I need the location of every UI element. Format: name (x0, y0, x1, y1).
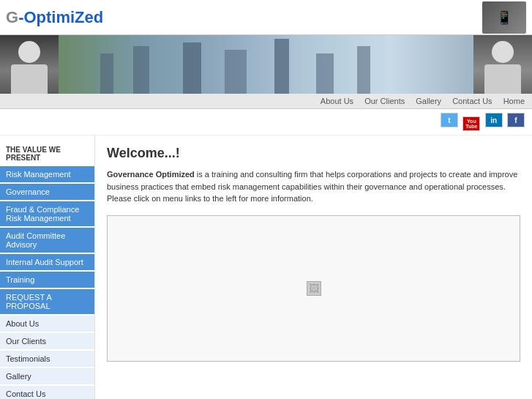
top-nav: About Us Our Clients Gallery Contact Us … (0, 94, 532, 109)
logo-g: G (6, 8, 18, 26)
banner-person-right (473, 35, 532, 94)
logo-rest: -OptimiZed (18, 8, 103, 26)
logo: G-OptimiZed (6, 8, 103, 27)
youtube-icon[interactable]: YouTube (462, 116, 480, 131)
sidebar-item-about-us[interactable]: About Us (0, 316, 94, 332)
broken-image-icon: 🖼 (307, 281, 321, 296)
banner (0, 35, 532, 94)
linkedin-icon[interactable]: in (485, 113, 503, 127)
sidebar-item-training[interactable]: Training (0, 272, 94, 288)
sidebar-item-risk-management[interactable]: Risk Management (0, 166, 94, 182)
intro-bold: Governance Optimized (107, 170, 195, 179)
social-bar: t YouTube in f (0, 109, 532, 135)
sidebar-item-audit-committee[interactable]: Audit Committee Advisory (0, 228, 94, 253)
content-image-box: 🖼 (107, 215, 520, 362)
sidebar-item-our-clients[interactable]: Our Clients (0, 333, 94, 349)
banner-person-left (0, 35, 59, 94)
sidebar: THE VALUE WE PRESENT Risk Management Gov… (0, 135, 95, 399)
banner-buildings (59, 35, 473, 94)
sidebar-item-testimonials[interactable]: Testimonials (0, 351, 94, 367)
nav-gallery[interactable]: Gallery (416, 97, 441, 105)
nav-home[interactable]: Home (503, 97, 525, 105)
sidebar-item-governance[interactable]: Governance (0, 184, 94, 200)
main-layout: THE VALUE WE PRESENT Risk Management Gov… (0, 135, 532, 399)
twitter-icon[interactable]: t (441, 113, 458, 127)
nav-contact-us[interactable]: Contact Us (452, 97, 492, 105)
intro-paragraph: Governance Optimized is a training and c… (107, 168, 520, 205)
content-area: Welcome...! Governance Optimized is a tr… (95, 135, 532, 399)
sidebar-item-gallery[interactable]: Gallery (0, 368, 94, 384)
sidebar-item-contact-us[interactable]: Contact Us (0, 386, 94, 399)
welcome-heading: Welcome...! (107, 146, 520, 161)
sidebar-item-fraud-compliance[interactable]: Fraud & Compliance Risk Management (0, 201, 94, 226)
nav-our-clients[interactable]: Our Clients (364, 97, 405, 105)
nav-about-us[interactable]: About Us (321, 97, 353, 105)
sidebar-header: THE VALUE WE PRESENT (0, 143, 94, 166)
sidebar-item-internal-audit[interactable]: Internal Audit Support (0, 254, 94, 270)
facebook-icon[interactable]: f (507, 113, 525, 127)
sidebar-item-request-proposal[interactable]: REQUEST A PROPOSAL (0, 289, 94, 314)
header-device-image: 📱 (482, 1, 526, 34)
header: G-OptimiZed 📱 (0, 0, 532, 35)
